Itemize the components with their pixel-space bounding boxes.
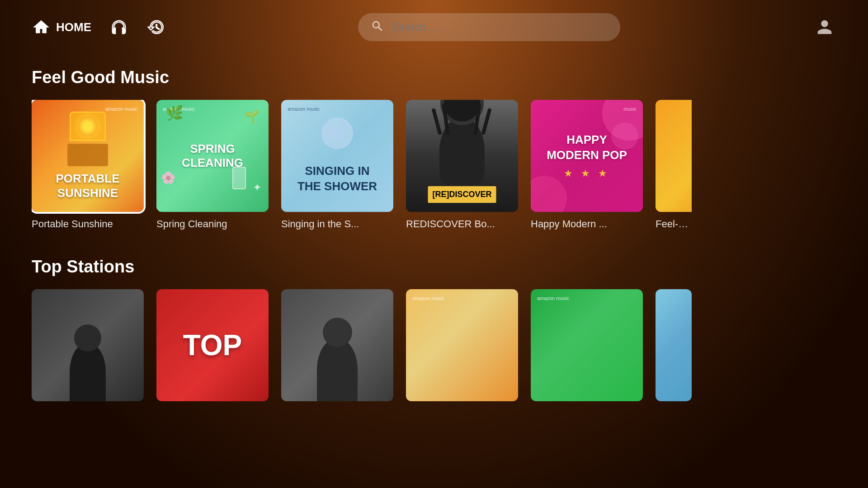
svg-rect-0 [113, 28, 115, 33]
playlist-card-spring-cleaning: amazon music 🌿 🌱 🌸 ✦ SPRINGCLEANING [156, 100, 269, 212]
top-stations-section: Top Stations TOP [0, 257, 868, 401]
playlist-item-rediscover[interactable]: amazon music [RE]DISCOVER [406, 100, 518, 230]
search-bar[interactable] [358, 13, 620, 41]
station-row: TOP amazon music amazon music [32, 289, 836, 401]
playlist-card-portable-sunshine: amazon music PORTABLESUNSHINE [32, 100, 144, 212]
playlist-item-spring-cleaning[interactable]: amazon music 🌿 🌱 🌸 ✦ SPRINGCLEANING Spri… [156, 100, 269, 230]
svg-rect-1 [123, 28, 125, 33]
rediscover-badge: [RE]DISCOVER [428, 186, 496, 203]
home-icon [32, 18, 51, 37]
playlist-card-rediscover: amazon music [RE]DISCOVER [406, 100, 518, 212]
station-card-4[interactable]: amazon music [406, 289, 518, 401]
station-card-6[interactable] [656, 289, 692, 401]
nav-history[interactable] [146, 18, 165, 37]
playlist-label-feel-good-country: Feel-Go... [656, 218, 692, 230]
feel-good-music-section: Feel Good Music amazon music PORTABLESUN… [0, 68, 868, 230]
playlist-item-shower[interactable]: amazon music · · · · · SINGING INTHE SHO… [281, 100, 393, 230]
playlist-label-spring-cleaning: Spring Cleaning [156, 218, 269, 230]
top-station-label: TOP [183, 328, 242, 362]
shower-text: SINGING INTHE SHOWER [297, 164, 377, 194]
badge-shower: amazon music [288, 106, 320, 112]
playlist-label-portable-sunshine: Portable Sunshine [32, 218, 144, 230]
nav-home[interactable]: HOME [32, 18, 91, 37]
playlist-card-shower: amazon music · · · · · SINGING INTHE SHO… [281, 100, 393, 212]
playlist-label-rediscover: REDISCOVER Bo... [406, 218, 518, 230]
badge-station-4: amazon music [412, 296, 444, 301]
header: HOME [0, 0, 868, 54]
headphones-icon [109, 18, 128, 37]
search-container [165, 13, 813, 41]
nav-home-label: HOME [56, 20, 91, 34]
stars-happy-modern: ★ ★ ★ [564, 168, 610, 179]
feel-good-playlist-row: amazon music PORTABLESUNSHINE Portable S… [32, 100, 836, 230]
search-input[interactable] [392, 21, 608, 33]
top-stations-title: Top Stations [32, 257, 836, 277]
playlist-label-happy-modern: Happy Modern ... [531, 218, 643, 230]
badge-portable-sunshine: amazon music [105, 106, 137, 112]
playlist-item-feel-good-country[interactable]: FEELCOU... Feel-Go... [656, 100, 692, 230]
feel-good-title: Feel Good Music [32, 68, 836, 87]
playlist-item-portable-sunshine[interactable]: amazon music PORTABLESUNSHINE Portable S… [32, 100, 144, 230]
search-icon [371, 19, 384, 35]
main-nav: HOME [32, 18, 165, 37]
station-card-3[interactable] [281, 289, 393, 401]
nav-headphones[interactable] [109, 18, 128, 37]
user-profile-icon[interactable] [813, 15, 836, 39]
playlist-card-happy-modern: music HAPPYMODERN POP ★ ★ ★ [531, 100, 643, 212]
station-card-5[interactable]: amazon music [531, 289, 643, 401]
playlist-item-happy-modern[interactable]: music HAPPYMODERN POP ★ ★ ★ Happy Modern… [531, 100, 643, 230]
playlist-label-shower: Singing in the S... [281, 218, 393, 230]
station-card-1[interactable] [32, 289, 144, 401]
station-card-top[interactable]: TOP [156, 289, 269, 401]
history-icon [146, 18, 165, 37]
badge-station-5: amazon music [537, 296, 569, 301]
playlist-card-feel-good-country: FEELCOU... [656, 100, 692, 212]
